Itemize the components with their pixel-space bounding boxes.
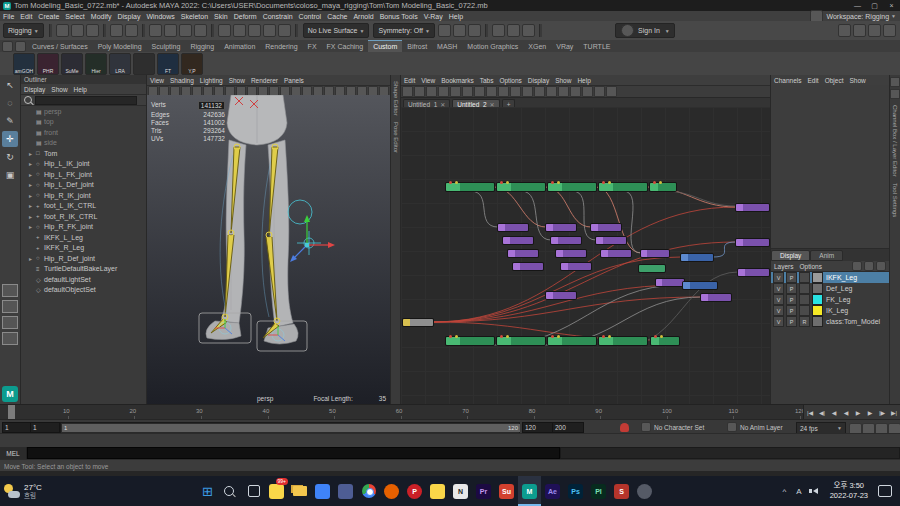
shelf-tab-mash[interactable]: MASH xyxy=(432,41,462,52)
outliner-item-hip-r-fk-joint[interactable]: ▸○Hip_R_FK_joint xyxy=(21,222,146,233)
shelf-options-icon[interactable] xyxy=(15,41,26,52)
open-scene-icon[interactable] xyxy=(71,24,84,37)
node-editor-menu-tabs[interactable]: Tabs xyxy=(477,77,497,84)
dock-icon[interactable] xyxy=(890,89,900,99)
prelude[interactable]: Pl xyxy=(587,476,610,506)
layer-row-def-leg[interactable]: VPDef_Leg xyxy=(771,283,889,294)
task-view-button[interactable] xyxy=(242,476,265,506)
layer-options-icon[interactable] xyxy=(852,261,862,271)
steam[interactable] xyxy=(633,476,656,506)
layout-persp-outliner[interactable] xyxy=(2,316,18,329)
outliner-item-foot-l-ik-ctrl[interactable]: ▸+foot_L_IK_CTRL xyxy=(21,201,146,212)
graph-node[interactable] xyxy=(446,183,494,191)
layer-display-type-toggle[interactable] xyxy=(799,283,810,294)
shelf-tab-custom[interactable]: Custom xyxy=(368,40,402,52)
live-surface-dropdown[interactable]: No Live Surface ▼ xyxy=(303,23,370,38)
outliner-toggle-icon[interactable] xyxy=(883,24,896,37)
create-node-icon[interactable] xyxy=(402,86,413,97)
shelf-item-phr[interactable]: PHR xyxy=(37,53,59,75)
new-empty-layer-icon[interactable] xyxy=(864,261,874,271)
ime-indicator[interactable]: A xyxy=(796,487,801,496)
menu-cache[interactable]: Cache xyxy=(324,13,350,20)
node-wire[interactable] xyxy=(494,285,681,345)
outliner-item-ikfk-l-leg[interactable]: +IKFK_L_Leg xyxy=(21,232,146,243)
filter-icon[interactable] xyxy=(570,86,581,97)
channel-box-menu-edit[interactable]: Edit xyxy=(804,77,821,84)
graph-node[interactable] xyxy=(641,250,669,257)
outliner-menu-display[interactable]: Display xyxy=(21,86,48,93)
sync-selection-icon[interactable] xyxy=(522,86,533,97)
after-effects[interactable]: Ae xyxy=(541,476,564,506)
graph-node[interactable] xyxy=(548,183,596,191)
menu-bonus-tools[interactable]: Bonus Tools xyxy=(377,13,421,20)
zoom-out-icon[interactable] xyxy=(594,86,605,97)
outliner-item-side[interactable]: ▤side xyxy=(21,138,146,149)
scale-tool[interactable]: ▣ xyxy=(2,167,18,183)
node-editor-menu-view[interactable]: View xyxy=(418,77,438,84)
graph-node[interactable] xyxy=(503,237,533,244)
graph-node[interactable] xyxy=(551,237,581,244)
node-wire[interactable] xyxy=(470,191,498,227)
layer-display-type-toggle[interactable]: R xyxy=(799,316,810,327)
graph-node[interactable] xyxy=(561,263,591,270)
show-connected-attrs-icon[interactable] xyxy=(546,86,557,97)
input-connections-icon[interactable] xyxy=(438,24,451,37)
graph-node[interactable] xyxy=(651,337,679,345)
snap-point-icon[interactable] xyxy=(248,24,261,37)
kakaotalk[interactable] xyxy=(426,476,449,506)
shelf-tab-curves-surfaces[interactable]: Curves / Surfaces xyxy=(27,41,93,52)
clear-graph-icon[interactable] xyxy=(438,86,449,97)
channel-box-toggle-icon[interactable] xyxy=(838,24,851,37)
new-scene-icon[interactable] xyxy=(56,24,69,37)
start-button[interactable]: ⊞ xyxy=(196,476,219,506)
symmetry-dropdown[interactable]: Symmetry: Off ▼ xyxy=(373,23,435,38)
shelf-tab-poly-modeling[interactable]: Poly Modeling xyxy=(93,41,147,52)
play-backwards-icon[interactable]: ◀ xyxy=(840,405,852,420)
unpin-all-icon[interactable] xyxy=(474,86,485,97)
zoom-in-icon[interactable] xyxy=(582,86,593,97)
shelf-tab-xgen[interactable]: XGen xyxy=(523,41,551,52)
graph-node[interactable] xyxy=(508,250,538,257)
layout-single-pane[interactable] xyxy=(2,284,18,297)
shelf-item-sume[interactable]: SuMe xyxy=(61,53,83,75)
object-mode-icon[interactable] xyxy=(164,24,177,37)
weather-widget[interactable]: 27°C 흐림 xyxy=(0,483,94,500)
layer-display-type-toggle[interactable] xyxy=(799,305,810,316)
channel-box-menu-channels[interactable]: Channels xyxy=(771,77,804,84)
current-frame-marker[interactable] xyxy=(8,405,15,420)
dock-icon[interactable] xyxy=(890,77,900,87)
search-button[interactable] xyxy=(219,476,242,506)
range-slider-bar[interactable]: 1 120 xyxy=(62,424,520,432)
viewport-menu-show[interactable]: Show xyxy=(226,77,248,84)
new-layer-from-selected-icon[interactable] xyxy=(876,261,886,271)
full-view-icon[interactable] xyxy=(510,86,521,97)
outliner-item-top[interactable]: ▤top xyxy=(21,117,146,128)
graph-node[interactable] xyxy=(736,204,769,211)
menu-skeleton[interactable]: Skeleton xyxy=(178,13,211,20)
save-scene-icon[interactable] xyxy=(86,24,99,37)
anim-layer-dropdown[interactable]: No Anim Layer xyxy=(726,422,783,432)
notion[interactable]: N xyxy=(449,476,472,506)
graph-node[interactable] xyxy=(513,263,543,270)
collapsed-tab-shape-editor[interactable]: Shape Editor xyxy=(393,81,399,116)
layer-color-swatch[interactable] xyxy=(812,316,823,327)
outliner-item-tom[interactable]: ▸□Tom xyxy=(21,148,146,159)
node-graph[interactable] xyxy=(401,107,770,404)
layer-editor-tab-display[interactable]: Display xyxy=(771,250,810,261)
menu-modify[interactable]: Modify xyxy=(88,13,115,20)
outliner-item-ikfk-r-leg[interactable]: +IKFK_R_Leg xyxy=(21,243,146,254)
play-forward-icon[interactable]: ▶ xyxy=(852,405,864,420)
menu-display[interactable]: Display xyxy=(114,13,143,20)
firefox[interactable] xyxy=(380,476,403,506)
zoom[interactable] xyxy=(311,476,334,506)
hierarchy-mode-icon[interactable] xyxy=(149,24,162,37)
menu-file[interactable]: File xyxy=(0,13,17,20)
command-language-toggle[interactable]: MEL xyxy=(0,447,27,459)
shelf-tab-bifrost[interactable]: Bifrost xyxy=(402,41,432,52)
outliner-item-turtledefaultbakelayer[interactable]: ≡TurtleDefaultBakeLayer xyxy=(21,264,146,275)
viewport-menu-lighting[interactable]: Lighting xyxy=(197,77,226,84)
dock-tab-channel-box-layer-editor[interactable]: Channel Box / Layer Editor xyxy=(892,105,898,177)
character-set-dropdown[interactable]: No Character Set xyxy=(640,422,704,432)
layout-split-pane[interactable] xyxy=(2,332,18,345)
ipr-render-icon[interactable] xyxy=(507,24,520,37)
